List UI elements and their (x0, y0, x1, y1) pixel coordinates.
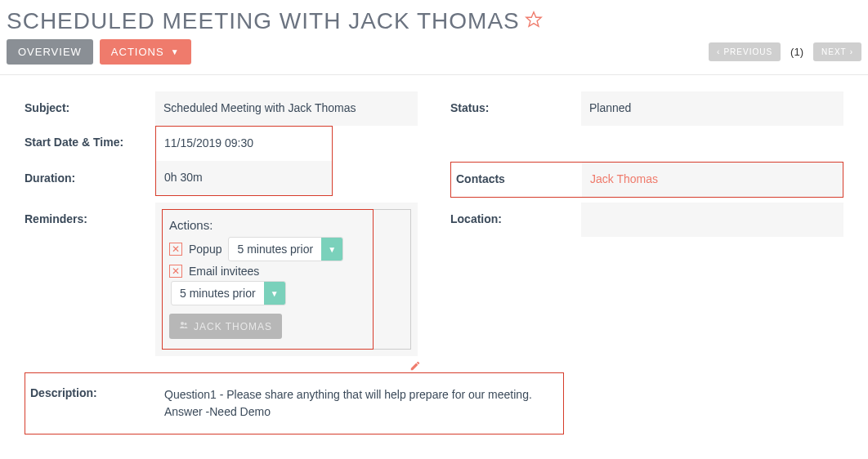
reminders-heading: Actions: (169, 218, 404, 232)
edit-pencil-icon[interactable] (409, 360, 421, 374)
overview-button[interactable]: OVERVIEW (7, 39, 93, 65)
reminders-panel: Actions: ✕ Popup 5 minutes prior ▼ ✕ (155, 203, 418, 356)
description-label: Description: (25, 377, 156, 409)
caret-down-icon: ▼ (321, 238, 342, 261)
email-time-value: 5 minutes prior (172, 283, 264, 303)
previous-label: PREVIOUS (723, 47, 772, 56)
chevron-right-icon: › (850, 47, 853, 56)
next-label: NEXT (821, 47, 847, 56)
duration-label: Duration: (25, 162, 155, 194)
page-title: SCHEDULED MEETING WITH JACK THOMAS (7, 8, 520, 34)
description-value: Question1 - Please share anything that w… (156, 377, 563, 430)
popup-remove-icon[interactable]: ✕ (169, 243, 182, 256)
popup-time-value: 5 minutes prior (229, 239, 321, 259)
favorite-star-icon[interactable] (525, 11, 543, 32)
record-count: (1) (787, 46, 807, 58)
svg-marker-0 (526, 12, 541, 26)
popup-time-select[interactable]: 5 minutes prior ▼ (228, 237, 343, 261)
previous-button[interactable]: ‹ PREVIOUS (709, 42, 781, 61)
location-label: Location: (450, 203, 581, 235)
status-value: Planned (581, 91, 843, 126)
invitee-name: JACK THOMAS (194, 321, 272, 332)
contacts-label: Contacts (451, 163, 582, 195)
caret-down-icon: ▼ (171, 47, 180, 56)
invitee-chip[interactable]: JACK THOMAS (169, 314, 282, 339)
chevron-left-icon: ‹ (717, 47, 720, 56)
contacts-link[interactable]: Jack Thomas (582, 163, 843, 197)
people-icon (179, 320, 189, 332)
contacts-value: Jack Thomas (590, 172, 658, 185)
email-time-select[interactable]: 5 minutes prior ▼ (171, 281, 286, 305)
svg-point-2 (185, 323, 187, 325)
overview-label: OVERVIEW (18, 46, 82, 58)
actions-label: ACTIONS (111, 46, 164, 58)
subject-value: Scheduled Meeting with Jack Thomas (155, 91, 418, 126)
description-line2: Answer -Need Demo (164, 403, 555, 421)
reminders-label: Reminders: (25, 203, 155, 235)
status-label: Status: (450, 91, 581, 124)
description-line1: Question1 - Please share anything that w… (164, 386, 555, 403)
location-value (581, 203, 843, 237)
actions-dropdown-button[interactable]: ACTIONS ▼ (100, 39, 191, 65)
email-label: Email invitees (189, 265, 259, 278)
next-button[interactable]: NEXT › (813, 42, 861, 61)
email-remove-icon[interactable]: ✕ (169, 265, 182, 278)
svg-point-1 (181, 322, 184, 325)
popup-label: Popup (189, 243, 221, 256)
subject-label: Subject: (25, 91, 155, 124)
caret-down-icon: ▼ (264, 282, 285, 305)
startdate-value: 11/15/2019 09:30 (156, 127, 332, 161)
startdate-label: Start Date & Time: (25, 126, 155, 158)
